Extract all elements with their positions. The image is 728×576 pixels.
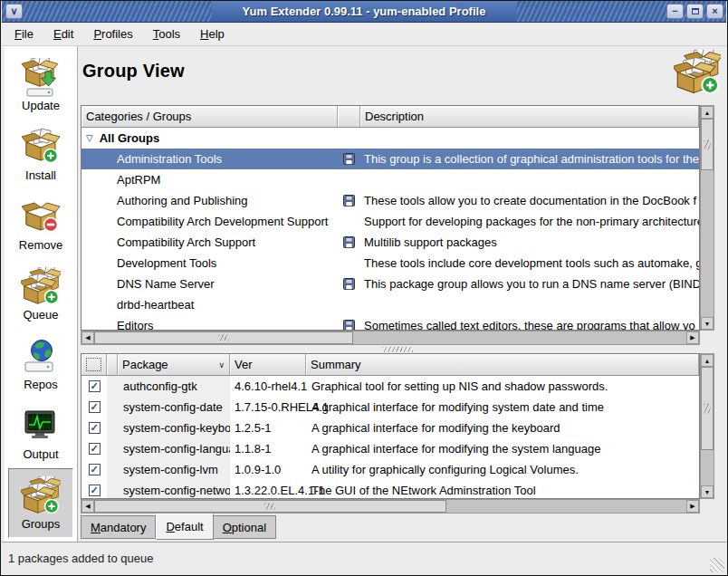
scrollbar-thumb[interactable] <box>94 500 446 513</box>
group-row[interactable]: Development Tools These tools include co… <box>81 253 699 274</box>
close-icon: × <box>712 5 717 16</box>
sidebar-item-label: Output <box>23 447 58 461</box>
vertical-scrollbar[interactable]: ▲ ▼ <box>700 353 714 499</box>
menu-profiles[interactable]: Profiles <box>93 27 132 41</box>
package-checkbox[interactable]: ✓ <box>89 464 101 475</box>
sort-descending-icon: ∨ <box>218 360 225 370</box>
group-row[interactable]: Editors Sometimes called text editors, t… <box>81 315 699 331</box>
column-header-installed[interactable] <box>338 106 360 127</box>
vertical-scrollbar[interactable]: ▲ ▼ <box>700 105 714 331</box>
close-button[interactable]: × <box>706 4 723 19</box>
group-row[interactable]: Administration Tools This group is a col… <box>81 149 699 169</box>
group-row[interactable]: drbd-heartbeat <box>81 294 699 315</box>
package-row[interactable]: ✓ authconfig-gtk 4.6.10-rhel4.1 Graphica… <box>81 376 699 397</box>
tab-optional[interactable]: Optional <box>214 515 276 539</box>
menu-file[interactable]: File <box>14 27 34 41</box>
column-header-select[interactable] <box>81 354 107 375</box>
scrollbar-track[interactable] <box>701 450 714 485</box>
group-row[interactable]: Compatibility Arch Development Support S… <box>81 211 699 232</box>
column-header-ver[interactable]: Ver <box>230 354 306 375</box>
group-row[interactable]: AptRPM <box>81 169 699 190</box>
group-root-row[interactable]: ▽All Groups <box>81 128 699 149</box>
resize-grip[interactable] <box>710 558 724 572</box>
sidebar-item-remove[interactable]: Remove <box>8 189 73 259</box>
group-description: Multilib support packages <box>360 232 699 253</box>
sidebar-item-output[interactable]: Output <box>8 398 73 468</box>
group-description: Support for developing packages for the … <box>360 211 699 232</box>
scrollbar-track[interactable] <box>446 500 686 513</box>
scrollbar-thumb[interactable] <box>94 331 353 344</box>
column-header-summary[interactable]: Summary <box>306 354 699 375</box>
package-row[interactable]: ✓ system-config-lvm 1.0.9-1.0 A utility … <box>81 459 699 480</box>
package-row[interactable]: ✓ system-config-language 1.1.8-1 A graph… <box>81 438 699 459</box>
group-description <box>360 294 699 315</box>
group-row[interactable]: Authoring and Publishing These tools all… <box>81 190 699 211</box>
tab-default[interactable]: Default <box>156 514 213 540</box>
scroll-right-button[interactable]: ▶ <box>686 500 699 513</box>
horizontal-scrollbar[interactable]: ◀ ▶ <box>81 499 700 514</box>
pane-splitter[interactable] <box>81 345 714 353</box>
install-icon <box>21 128 61 168</box>
group-name: Compatibility Arch Support <box>81 232 338 253</box>
group-tree-view: Categories / Groups Description ▽All Gro… <box>81 105 700 331</box>
scrollbar-track[interactable] <box>353 331 686 344</box>
scroll-up-button[interactable]: ▲ <box>701 106 714 119</box>
focus-box <box>86 358 101 371</box>
package-version: 1.3.22.0.EL.4.1-1 <box>230 480 306 499</box>
scroll-left-button[interactable]: ◀ <box>81 500 94 513</box>
group-name: AptRPM <box>81 169 338 190</box>
expander-icon[interactable]: ▽ <box>86 133 93 143</box>
arrow-down-icon: ▼ <box>704 321 711 327</box>
sidebar-item-queue[interactable]: Queue <box>8 259 73 329</box>
package-row[interactable]: ✓ system-config-network 1.3.22.0.EL.4.1-… <box>81 480 699 499</box>
package-version: 1.1.8-1 <box>230 438 306 459</box>
maximize-button[interactable] <box>686 4 704 19</box>
splitter-grip-icon <box>382 347 413 352</box>
sidebar-item-install[interactable]: Install <box>8 120 73 189</box>
package-summary: Graphical tool for setting up NIS and sh… <box>306 376 699 397</box>
package-checkbox[interactable]: ✓ <box>89 443 101 455</box>
menu-edit[interactable]: Edit <box>53 27 73 41</box>
installed-icon <box>343 320 355 331</box>
group-name: Compatibility Arch Development Support <box>81 211 338 232</box>
titlebar[interactable]: ∨ Yum Extender 0.99.11 - yum-enabled Pro… <box>2 1 726 23</box>
scrollbar-thumb[interactable] <box>701 119 714 170</box>
tab-mandatory[interactable]: Mandatory <box>81 515 156 539</box>
package-header: Package∨ Ver Summary <box>81 354 699 376</box>
column-header-description[interactable]: Description <box>360 106 699 127</box>
window-menu-button[interactable]: ∨ <box>5 4 23 19</box>
scrollbar-track[interactable] <box>701 170 714 317</box>
package-pane: Package∨ Ver Summary ✓ authconfig-gtk 4.… <box>81 353 714 514</box>
column-header-package[interactable]: Package∨ <box>118 354 230 375</box>
package-checkbox[interactable]: ✓ <box>89 422 101 434</box>
scroll-left-button[interactable]: ◀ <box>81 331 94 344</box>
scrollbar-thumb[interactable] <box>701 367 714 450</box>
package-checkbox[interactable]: ✓ <box>89 380 101 392</box>
repos-icon <box>21 337 61 377</box>
group-row[interactable]: Compatibility Arch Support Multilib supp… <box>81 232 699 253</box>
column-header-spacer[interactable] <box>107 354 118 375</box>
menu-help[interactable]: Help <box>200 27 225 41</box>
minimize-button[interactable]: − <box>666 4 684 19</box>
scroll-down-button[interactable]: ▼ <box>701 485 714 498</box>
scroll-down-button[interactable]: ▼ <box>701 317 714 330</box>
horizontal-scrollbar[interactable]: ◀ ▶ <box>81 331 700 345</box>
sidebar-item-update[interactable]: Update <box>8 50 73 120</box>
group-tree-header: Categories / Groups Description <box>81 106 699 128</box>
group-row[interactable]: DNS Name Server This package group allow… <box>81 274 699 294</box>
menu-tools[interactable]: Tools <box>153 27 180 41</box>
window-title: Yum Extender 0.99.11 - yum-enabled Profi… <box>212 1 517 22</box>
sidebar-item-groups[interactable]: Groups <box>8 468 73 538</box>
column-header-groups[interactable]: Categories / Groups <box>81 106 338 127</box>
package-name: system-config-keyboard <box>118 418 230 438</box>
scroll-up-button[interactable]: ▲ <box>701 354 714 367</box>
sidebar-item-label: Queue <box>23 308 58 322</box>
package-checkbox[interactable]: ✓ <box>89 401 101 413</box>
group-name: Editors <box>81 315 338 331</box>
package-row[interactable]: ✓ system-config-date 1.7.15-0.RHEL4.1 A … <box>81 397 699 418</box>
package-checkbox[interactable]: ✓ <box>89 485 101 496</box>
sidebar-item-repos[interactable]: Repos <box>8 329 73 398</box>
package-row[interactable]: ✓ system-config-keyboard 1.2.5-1 A graph… <box>81 418 699 438</box>
arrow-right-icon: ▶ <box>690 503 694 510</box>
scroll-right-button[interactable]: ▶ <box>686 331 699 344</box>
